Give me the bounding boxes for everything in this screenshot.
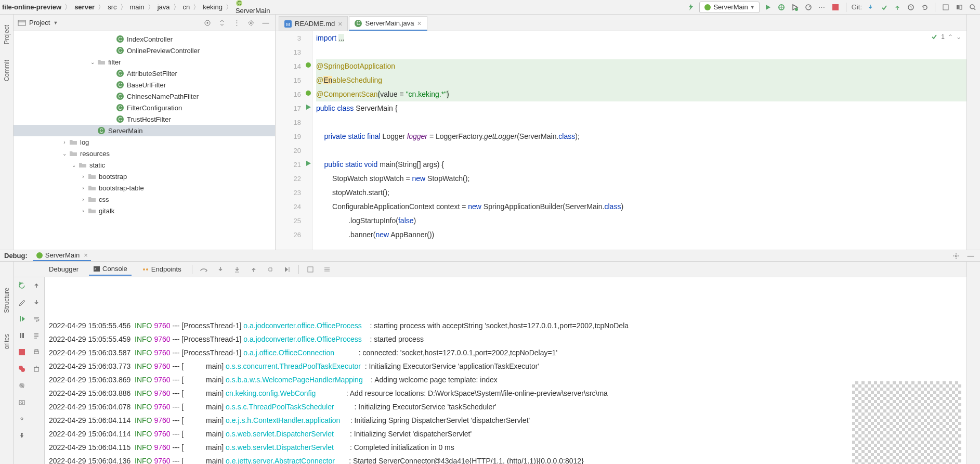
up-icon[interactable]	[31, 280, 42, 291]
collapse-icon[interactable]: ⋮	[231, 18, 242, 28]
tree-item-attributesetfilter[interactable]: CAttributeSetFilter	[14, 68, 275, 79]
down-icon[interactable]	[31, 297, 42, 307]
build-icon[interactable]	[686, 2, 696, 12]
locate-icon[interactable]	[202, 18, 213, 28]
trace-icon[interactable]	[322, 264, 332, 275]
tree-item-chinesenamepathfilter[interactable]: CChineseNamePathFilter	[14, 91, 275, 102]
project-panel: Project ▼ ⋮ — CIndexControllerCOnlinePre…	[14, 15, 276, 250]
breadcrumb[interactable]: file-online-preview〉server〉src〉main〉java…	[2, 0, 270, 15]
step-into-icon[interactable]	[215, 264, 226, 275]
console-tab[interactable]: Console	[89, 263, 132, 276]
git-history-icon[interactable]	[906, 2, 916, 12]
editor-gutter[interactable]: 31314151617181920212223242526	[276, 31, 313, 250]
close-icon[interactable]: ×	[417, 19, 421, 28]
breakpoints-icon[interactable]	[17, 364, 27, 374]
git-rollback-icon[interactable]	[919, 2, 930, 12]
tree-item-onlinepreviewcontroller[interactable]: COnlinePreviewController	[14, 45, 275, 56]
gear-icon[interactable]	[951, 251, 961, 261]
svg-rect-22	[94, 266, 100, 272]
breadcrumb-segment[interactable]: cn	[183, 3, 190, 11]
tree-item-bootstrap[interactable]: ›bootstrap	[14, 171, 275, 182]
breadcrumb-segment[interactable]: keking	[203, 3, 223, 11]
project-tree[interactable]: CIndexControllerCOnlinePreviewController…	[14, 31, 275, 250]
tree-item-static[interactable]: ⌄static	[14, 159, 275, 171]
tree-item-baseurlfilter[interactable]: CBaseUrlFilter	[14, 79, 275, 91]
breadcrumb-segment[interactable]: file-online-preview	[2, 3, 61, 11]
pause-icon[interactable]	[17, 330, 27, 341]
soft-wrap-icon[interactable]	[31, 314, 42, 324]
breadcrumb-segment[interactable]: C ServerMain	[236, 0, 270, 15]
git-push-icon[interactable]	[892, 2, 903, 12]
breadcrumb-segment[interactable]: java	[158, 3, 170, 11]
debugger-tab[interactable]: Debugger	[45, 263, 83, 275]
structure-tool-tab[interactable]: Structure	[3, 288, 10, 313]
clear-icon[interactable]	[31, 364, 42, 374]
svg-point-35	[21, 418, 23, 420]
editor-inspection-widget[interactable]: 1 ⌃⌄	[931, 33, 961, 41]
run-button[interactable]	[763, 2, 773, 12]
modify-run-icon[interactable]	[17, 297, 27, 307]
project-tool-tab[interactable]: Project	[3, 25, 10, 44]
svg-point-14	[207, 22, 208, 23]
minimize-icon[interactable]: —	[260, 18, 271, 28]
rerun-icon[interactable]	[17, 280, 27, 291]
breadcrumb-segment[interactable]: src	[108, 3, 116, 11]
log-line: 2022-04-29 15:06:03.886 INFO 9760 --- [ …	[49, 386, 962, 400]
search-icon[interactable]	[968, 2, 978, 12]
tree-item-indexcontroller[interactable]: CIndexController	[14, 33, 275, 45]
gear-icon[interactable]	[246, 18, 256, 28]
expand-all-icon[interactable]	[217, 18, 227, 28]
code-editor[interactable]: import ...@SpringBootApplication@EnableS…	[313, 31, 966, 250]
resume-icon[interactable]	[17, 314, 27, 324]
tree-item-resources[interactable]: ⌄resources	[14, 148, 275, 159]
svg-point-31	[21, 368, 25, 372]
debug-button[interactable]	[776, 2, 787, 12]
chevron-down-icon[interactable]: ▼	[53, 20, 58, 25]
tree-item-css[interactable]: ›css	[14, 194, 275, 205]
tree-item-gitalk[interactable]: ›gitalk	[14, 205, 275, 216]
tree-item-filterconfiguration[interactable]: CFilterConfiguration	[14, 102, 275, 113]
profile-button[interactable]	[803, 2, 814, 12]
stop-button[interactable]	[830, 2, 841, 12]
breadcrumb-segment[interactable]: main	[130, 3, 145, 11]
scroll-end-icon[interactable]	[31, 330, 42, 341]
debug-session-tab[interactable]: ServerMain ×	[33, 250, 91, 261]
git-update-icon[interactable]	[865, 2, 876, 12]
favorites-tool-tab[interactable]: orites	[3, 334, 10, 349]
drop-frame-icon[interactable]	[265, 264, 276, 275]
coverage-button[interactable]	[790, 2, 800, 12]
evaluate-icon[interactable]	[305, 264, 316, 275]
endpoints-tab[interactable]: Endpoints	[138, 263, 186, 275]
close-icon[interactable]: ×	[338, 20, 342, 28]
tree-item-bootstrap-table[interactable]: ›bootstrap-table	[14, 182, 275, 194]
console-output[interactable]: 2022-04-29 15:05:55.456 INFO 9760 --- [P…	[45, 277, 966, 464]
tree-item-log[interactable]: ›log	[14, 136, 275, 148]
print-icon[interactable]	[31, 347, 42, 357]
svg-rect-26	[20, 316, 21, 321]
step-over-icon[interactable]	[199, 264, 209, 275]
editor-tab[interactable]: CServerMain.java×	[349, 16, 427, 31]
run-config-selector[interactable]: ServerMain ▼	[699, 2, 759, 13]
attach-button[interactable]: ⋯	[817, 2, 827, 12]
ide-icon-2[interactable]	[954, 2, 964, 12]
svg-point-34	[21, 402, 23, 404]
pin-icon[interactable]	[17, 430, 27, 441]
commit-tool-tab[interactable]: Commit	[3, 60, 10, 81]
stop-debug-icon[interactable]	[17, 347, 27, 357]
camera-icon[interactable]	[17, 397, 27, 407]
tree-item-trusthostfilter[interactable]: CTrustHostFilter	[14, 113, 275, 125]
editor-tab[interactable]: MREADME.md×	[279, 16, 348, 31]
force-step-into-icon[interactable]	[232, 264, 242, 275]
run-to-cursor-icon[interactable]	[282, 264, 292, 275]
log-line: 2022-04-29 15:06:03.587 INFO 9760 --- [P…	[49, 346, 962, 359]
log-line: 2022-04-29 15:06:04.114 INFO 9760 --- [ …	[49, 427, 962, 441]
mute-breakpoints-icon[interactable]	[17, 380, 27, 391]
ide-icon-1[interactable]	[940, 2, 951, 12]
settings-icon[interactable]	[17, 414, 27, 424]
minimize-icon[interactable]: —	[965, 251, 976, 261]
tree-item-servermain[interactable]: CServerMain	[14, 125, 275, 136]
tree-item-filter[interactable]: ⌄filter	[14, 56, 275, 68]
git-commit-icon[interactable]	[879, 2, 889, 12]
breadcrumb-segment[interactable]: server	[74, 3, 95, 11]
step-out-icon[interactable]	[249, 264, 259, 275]
